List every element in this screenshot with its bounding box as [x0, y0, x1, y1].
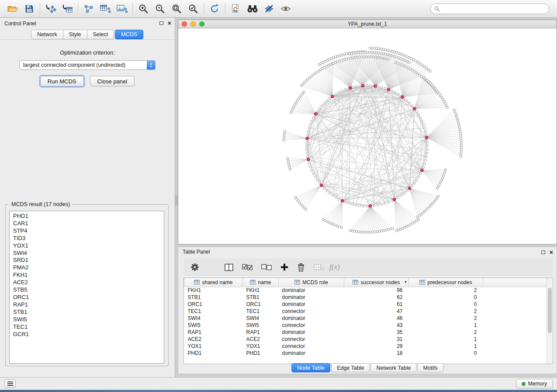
network-node[interactable]: [351, 230, 353, 232]
network-canvas[interactable]: [178, 29, 557, 244]
table-row[interactable]: PHD1PHD1dominator180: [184, 350, 549, 357]
network-node[interactable]: [355, 52, 357, 54]
network-node[interactable]: [369, 231, 371, 233]
delete-column-button[interactable]: [297, 263, 305, 272]
network-node[interactable]: [343, 53, 345, 55]
network-node[interactable]: [350, 52, 353, 55]
network-node[interactable]: [343, 58, 345, 61]
table-row[interactable]: STB1STB1dominator620: [184, 294, 549, 301]
network-node[interactable]: [397, 196, 399, 198]
network-node[interactable]: [382, 48, 384, 51]
network-node[interactable]: [339, 54, 341, 56]
network-node[interactable]: [338, 91, 340, 93]
mcds-result-item[interactable]: PHD1: [10, 213, 164, 220]
network-node[interactable]: [311, 169, 313, 172]
network-node[interactable]: [289, 168, 291, 170]
network-node[interactable]: [429, 70, 431, 72]
network-node[interactable]: [307, 130, 309, 132]
float-panel-icon[interactable]: [159, 21, 163, 25]
memory-button[interactable]: Memory: [516, 379, 553, 389]
network-node[interactable]: [284, 130, 286, 132]
network-node[interactable]: [426, 152, 428, 154]
network-node[interactable]: [283, 137, 285, 139]
network-node[interactable]: [406, 190, 408, 192]
network-node[interactable]: [323, 187, 325, 189]
network-node[interactable]: [367, 231, 369, 233]
table-row[interactable]: TEC1TEC1connector472: [184, 308, 549, 315]
network-node[interactable]: [329, 97, 331, 100]
network-node[interactable]: [360, 231, 362, 233]
network-node[interactable]: [460, 151, 462, 153]
graphics-details-button[interactable]: [261, 2, 277, 16]
table-scrollbar[interactable]: [547, 278, 553, 364]
network-node[interactable]: [287, 157, 289, 159]
zoom-in-button[interactable]: [135, 2, 152, 16]
network-node[interactable]: [384, 202, 386, 204]
network-hub-node[interactable]: [315, 112, 318, 115]
network-node[interactable]: [460, 155, 462, 158]
network-node[interactable]: [423, 162, 426, 165]
float-table-panel-icon[interactable]: [541, 251, 545, 254]
network-node[interactable]: [318, 182, 321, 184]
network-node[interactable]: [370, 56, 372, 58]
clone-network-button[interactable]: [228, 2, 244, 16]
network-node[interactable]: [455, 113, 457, 115]
table-row[interactable]: RAP1RAP1dominator352: [184, 329, 549, 336]
network-node[interactable]: [415, 110, 418, 113]
network-node[interactable]: [394, 91, 396, 93]
zoom-fit-button[interactable]: [168, 2, 185, 16]
network-node[interactable]: [381, 230, 383, 232]
network-node[interactable]: [294, 196, 297, 199]
network-node[interactable]: [335, 196, 337, 198]
network-node[interactable]: [341, 227, 343, 229]
network-node[interactable]: [457, 119, 459, 121]
network-node[interactable]: [387, 54, 389, 56]
network-node[interactable]: [283, 139, 285, 141]
table-scrollbar-thumb[interactable]: [548, 288, 552, 333]
network-node[interactable]: [385, 229, 387, 231]
network-node[interactable]: [341, 59, 343, 62]
mcds-result-item[interactable]: FKH1: [10, 272, 164, 279]
network-node[interactable]: [391, 90, 393, 92]
network-node[interactable]: [314, 176, 316, 178]
tab-mcds[interactable]: MCDS: [115, 30, 143, 39]
network-node[interactable]: [377, 86, 379, 88]
network-node[interactable]: [458, 126, 460, 128]
network-node[interactable]: [339, 60, 341, 62]
tab-network-table[interactable]: Network Table: [371, 363, 417, 372]
network-node[interactable]: [373, 204, 375, 206]
network-hub-node[interactable]: [320, 184, 323, 187]
network-node[interactable]: [426, 148, 428, 151]
network-node[interactable]: [393, 51, 395, 53]
network-node[interactable]: [408, 102, 411, 104]
mcds-result-item[interactable]: STB5: [10, 286, 164, 294]
network-node[interactable]: [426, 144, 428, 147]
network-node[interactable]: [309, 123, 311, 125]
network-node[interactable]: [436, 187, 438, 189]
network-hub-node[interactable]: [369, 204, 372, 207]
network-window-titlebar[interactable]: YPA_prune.txt_1: [178, 20, 557, 28]
network-node[interactable]: [398, 52, 400, 55]
network-node[interactable]: [380, 86, 382, 88]
network-node[interactable]: [459, 131, 461, 133]
network-node[interactable]: [355, 86, 357, 88]
network-node[interactable]: [391, 199, 393, 202]
network-node[interactable]: [413, 182, 415, 184]
network-node[interactable]: [444, 168, 446, 171]
network-node[interactable]: [460, 133, 462, 135]
network-node[interactable]: [366, 205, 368, 207]
network-node[interactable]: [357, 52, 360, 54]
network-node[interactable]: [411, 105, 413, 107]
mcds-result-item[interactable]: SRD1: [10, 257, 164, 264]
table-row[interactable]: YOX1YOX1connector291: [184, 343, 549, 350]
network-node[interactable]: [397, 93, 399, 95]
network-node[interactable]: [389, 50, 391, 52]
network-node[interactable]: [387, 201, 389, 203]
network-node[interactable]: [359, 56, 361, 58]
network-node[interactable]: [419, 117, 422, 119]
network-node[interactable]: [460, 135, 462, 137]
network-node[interactable]: [422, 166, 424, 168]
network-node[interactable]: [391, 227, 394, 229]
mcds-result-item[interactable]: TID3: [10, 235, 164, 242]
network-node[interactable]: [365, 231, 367, 233]
